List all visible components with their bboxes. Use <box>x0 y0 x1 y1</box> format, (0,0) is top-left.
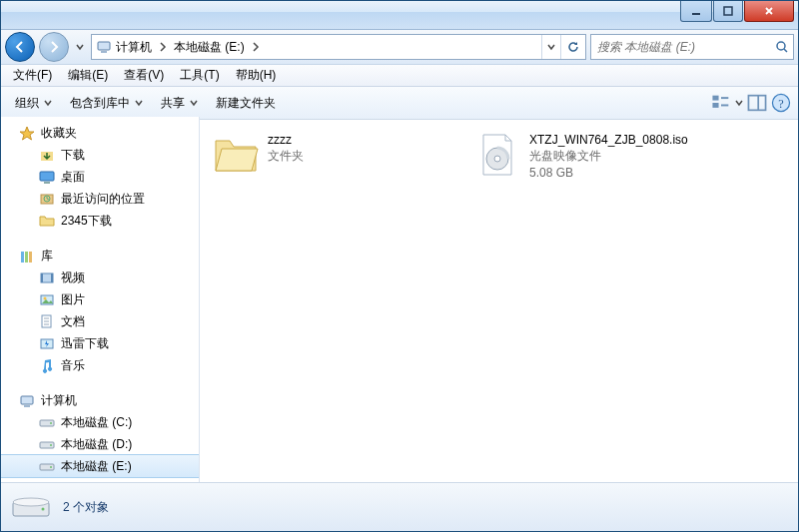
file-list[interactable]: zzzz 文件夹 XTZJ_WIN764_ZJB_0808.iso 光盘映像文件… <box>200 117 798 483</box>
iso-icon <box>473 131 521 179</box>
svg-point-4 <box>777 42 785 50</box>
explorer-body: 收藏夹 下载 桌面 最近访问的位置 2345下载 库 视频 图片 文档 迅雷下载… <box>1 117 798 483</box>
svg-rect-15 <box>40 172 54 181</box>
menu-edit[interactable]: 编辑(E) <box>60 65 116 86</box>
menu-tools[interactable]: 工具(T) <box>172 65 227 86</box>
computer-icon <box>19 393 35 409</box>
include-label: 包含到库中 <box>70 95 130 112</box>
address-dropdown[interactable] <box>541 35 560 59</box>
nav-item-drive-e[interactable]: 本地磁盘 (E:) <box>1 455 199 477</box>
close-button[interactable] <box>744 1 794 22</box>
breadcrumb-label: 本地磁盘 (E:) <box>174 39 245 56</box>
nav-item-label: 桌面 <box>61 169 85 186</box>
organize-button[interactable]: 组织 <box>7 91 60 115</box>
back-button[interactable] <box>5 32 35 62</box>
file-item-folder[interactable]: zzzz 文件夹 <box>208 127 465 193</box>
newfolder-label: 新建文件夹 <box>216 95 276 112</box>
svg-point-44 <box>42 508 45 511</box>
drive-icon <box>39 458 55 474</box>
nav-item-desktop[interactable]: 桌面 <box>1 166 199 188</box>
file-size: 5.08 GB <box>529 166 688 180</box>
view-options-button[interactable] <box>710 92 732 114</box>
nav-item-videos[interactable]: 视频 <box>1 266 199 288</box>
address-bar[interactable]: 计算机 本地磁盘 (E:) <box>91 34 586 60</box>
drive-icon <box>39 436 55 452</box>
title-bar <box>1 1 798 30</box>
nav-header-label: 计算机 <box>41 392 77 409</box>
new-folder-button[interactable]: 新建文件夹 <box>208 91 284 115</box>
nav-group-computer: 计算机 本地磁盘 (C:) 本地磁盘 (D:) 本地磁盘 (E:) <box>1 390 199 477</box>
refresh-button[interactable] <box>560 35 585 59</box>
svg-point-35 <box>50 422 52 424</box>
nav-item-recent[interactable]: 最近访问的位置 <box>1 188 199 210</box>
favorites-icon <box>19 126 35 142</box>
file-info: XTZJ_WIN764_ZJB_0808.iso 光盘映像文件 5.08 GB <box>529 131 688 180</box>
maximize-button[interactable] <box>713 1 743 22</box>
svg-text:?: ? <box>778 97 783 111</box>
breadcrumb-drive-e[interactable]: 本地磁盘 (E:) <box>170 35 249 59</box>
menu-bar: 文件(F) 编辑(E) 查看(V) 工具(T) 帮助(H) <box>1 65 798 87</box>
nav-item-drive-c[interactable]: 本地磁盘 (C:) <box>1 411 199 433</box>
details-pane: 2 个对象 <box>1 482 798 531</box>
nav-item-pictures[interactable]: 图片 <box>1 288 199 310</box>
command-bar: 组织 包含到库中 共享 新建文件夹 ? <box>1 87 798 120</box>
file-type: 光盘映像文件 <box>529 148 688 165</box>
nav-history-dropdown[interactable] <box>73 33 87 61</box>
menu-view[interactable]: 查看(V) <box>116 65 172 86</box>
breadcrumb-label: 计算机 <box>116 39 152 56</box>
search-input[interactable] <box>591 40 771 54</box>
svg-line-5 <box>784 49 787 52</box>
video-icon <box>39 269 55 285</box>
nav-item-label: 图片 <box>61 291 85 308</box>
nav-header-favorites[interactable]: 收藏夹 <box>1 123 199 144</box>
share-button[interactable]: 共享 <box>153 91 206 115</box>
file-info: zzzz 文件夹 <box>268 131 304 165</box>
help-button[interactable]: ? <box>770 92 792 114</box>
navigation-pane[interactable]: 收藏夹 下载 桌面 最近访问的位置 2345下载 库 视频 图片 文档 迅雷下载… <box>1 117 200 483</box>
include-in-library-button[interactable]: 包含到库中 <box>62 91 151 115</box>
nav-item-drive-d[interactable]: 本地磁盘 (D:) <box>1 433 199 455</box>
svg-rect-32 <box>21 396 33 404</box>
svg-point-37 <box>50 444 52 446</box>
nav-header-computer[interactable]: 计算机 <box>1 390 199 411</box>
svg-point-41 <box>494 156 500 162</box>
window-controls <box>679 1 794 22</box>
preview-pane-button[interactable] <box>746 92 768 114</box>
menu-help[interactable]: 帮助(H) <box>228 65 285 86</box>
nav-item-music[interactable]: 音乐 <box>1 354 199 376</box>
nav-item-downloads[interactable]: 下载 <box>1 144 199 166</box>
documents-icon <box>39 313 55 329</box>
explorer-window: 计算机 本地磁盘 (E:) 文件(F) 编辑(E) 查看(V) 工具(T) 帮助… <box>0 0 799 532</box>
nav-item-label: 本地磁盘 (E:) <box>61 458 132 475</box>
menu-file[interactable]: 文件(F) <box>5 65 60 86</box>
nav-item-2345[interactable]: 2345下载 <box>1 210 199 232</box>
minimize-button[interactable] <box>680 1 712 22</box>
forward-button[interactable] <box>39 32 69 62</box>
nav-group-libraries: 库 视频 图片 文档 迅雷下载 音乐 <box>1 246 199 376</box>
navigation-bar: 计算机 本地磁盘 (E:) <box>1 30 798 65</box>
nav-group-favorites: 收藏夹 下载 桌面 最近访问的位置 2345下载 <box>1 123 199 232</box>
file-item-iso[interactable]: XTZJ_WIN764_ZJB_0808.iso 光盘映像文件 5.08 GB <box>469 127 727 193</box>
nav-item-label: 下载 <box>61 147 85 164</box>
search-box[interactable] <box>590 34 794 60</box>
breadcrumb-computer[interactable]: 计算机 <box>92 35 156 59</box>
nav-item-label: 本地磁盘 (C:) <box>61 414 132 431</box>
svg-rect-23 <box>41 273 43 282</box>
svg-rect-6 <box>712 96 718 101</box>
svg-rect-3 <box>101 51 107 53</box>
download-icon <box>39 147 55 163</box>
nav-item-documents[interactable]: 文档 <box>1 310 199 332</box>
organize-label: 组织 <box>15 95 39 112</box>
nav-item-xunlei[interactable]: 迅雷下载 <box>1 332 199 354</box>
search-icon[interactable] <box>771 40 793 54</box>
nav-header-label: 收藏夹 <box>41 125 77 142</box>
share-label: 共享 <box>161 95 185 112</box>
pictures-icon <box>39 291 55 307</box>
breadcrumb-separator[interactable] <box>156 35 170 59</box>
svg-rect-20 <box>25 252 28 263</box>
nav-item-label: 迅雷下载 <box>61 335 109 352</box>
breadcrumb-separator[interactable] <box>249 35 263 59</box>
svg-rect-7 <box>712 103 718 108</box>
view-options-dropdown[interactable] <box>734 99 744 107</box>
nav-header-libraries[interactable]: 库 <box>1 246 199 266</box>
